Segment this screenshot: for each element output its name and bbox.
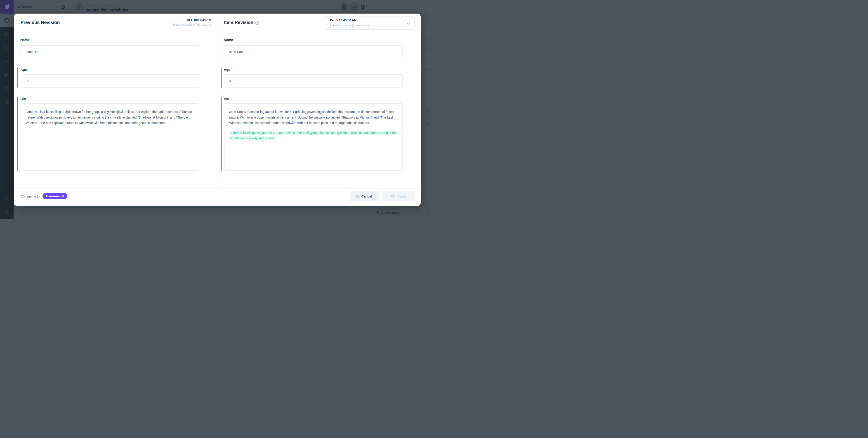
compare-target-button[interactable]: Previous ⇄	[42, 193, 67, 199]
page-title: Editing Item in Authors	[87, 7, 129, 12]
field-label-name: Name	[20, 38, 30, 41]
chevron-down-icon	[407, 23, 410, 25]
revision-compare-modal: Previous Revision Feb 5 10:43:34 AM Edit…	[14, 13, 421, 206]
panel-divider-dashed	[217, 13, 217, 189]
delete-item-button[interactable]	[340, 2, 349, 11]
module-content[interactable]	[0, 13, 13, 27]
current-age-value: 37	[224, 74, 403, 88]
chevron-left-icon	[427, 212, 429, 215]
field-label-name: Name	[224, 38, 233, 41]
directus-rabbit-icon	[3, 3, 11, 11]
collapse-module-bar-icon[interactable]	[61, 5, 65, 9]
footer-divider	[14, 188, 421, 189]
breadcrumb-collection[interactable]: Authors	[87, 4, 96, 7]
previous-revision-title: Previous Revision	[21, 20, 60, 25]
check-icon	[352, 5, 356, 8]
module-rocket[interactable]	[0, 68, 13, 82]
previous-age-value: 36	[21, 74, 199, 88]
module-file-library[interactable]	[0, 41, 13, 54]
field-label-age: Age	[224, 68, 230, 71]
ai-assistant-label: AI Assistant	[381, 207, 399, 219]
current-bio-value: Jane Doe is a bestselling author known f…	[224, 104, 403, 171]
section-collapse-chevron-icon[interactable]	[427, 109, 429, 113]
module-help[interactable]	[0, 82, 13, 95]
open-right-panel-icon[interactable]	[361, 5, 365, 9]
module-insights[interactable]	[0, 54, 13, 68]
current-name-value: Jane Doe	[224, 45, 403, 58]
insights-chart-icon	[4, 58, 10, 64]
revision-row-truncated[interactable]: tus.io	[422, 64, 429, 68]
breadcrumb: Authors • Main ▾	[87, 4, 113, 7]
sparkle-icon	[376, 211, 381, 215]
cancel-button[interactable]: Cancel	[350, 192, 379, 201]
compare-target-label: Previous	[45, 195, 60, 198]
swap-icon: ⇄	[61, 194, 64, 198]
version-icon	[100, 4, 103, 7]
changed-field-marker-removed	[17, 97, 18, 171]
apply-upload-icon	[391, 194, 395, 199]
directus-logo[interactable]	[0, 0, 13, 13]
revision-row-truncated[interactable]: tus.io	[422, 41, 429, 45]
trash-icon	[343, 5, 346, 9]
ai-assistant-row[interactable]: AI Assistant	[370, 207, 434, 219]
module-bar	[0, 13, 13, 219]
revision-row-truncated[interactable]: tus.io	[422, 53, 429, 56]
changed-field-marker-added	[221, 67, 222, 88]
apply-button[interactable]: Apply	[382, 192, 415, 201]
revision-row-truncated[interactable]: tus.io	[422, 30, 429, 34]
previous-revision-timestamp: Feb 5 10:43:34 AM	[173, 18, 211, 22]
bio-paragraph: Jane Doe is a bestselling author known f…	[229, 110, 395, 125]
header-divider	[14, 32, 421, 32]
previous-bio-value: Jane Doe is a bestselling author known f…	[21, 104, 199, 171]
cancel-label: Cancel	[362, 195, 372, 198]
selected-revision-timestamp: Feb 5 10:43:50 AM	[330, 19, 356, 22]
previous-revision-meta: Feb 5 10:43:34 AM Edited by james@direct…	[173, 18, 211, 27]
top-app-bar: Directus Authors • Main ▾ Editing Item i…	[0, 0, 434, 13]
module-user-directory[interactable]	[0, 27, 13, 41]
section-collapse-chevron-icon[interactable]	[427, 123, 429, 126]
apply-label: Apply	[397, 195, 406, 198]
project-name: Directus	[18, 0, 32, 13]
arrow-left-icon	[78, 5, 82, 8]
revision-row-truncated[interactable]: tus.io	[422, 76, 429, 79]
module-bar-divider	[3, 204, 10, 204]
users-icon	[4, 31, 10, 37]
content-cube-icon	[4, 18, 10, 23]
bio-added-paragraph: A former investigative journalist, Jane …	[229, 130, 397, 141]
item-revision-title: Item Revision	[224, 20, 253, 25]
module-settings[interactable]	[0, 95, 13, 109]
notifications-button[interactable]	[0, 192, 13, 205]
rocket-icon	[4, 72, 10, 78]
info-icon[interactable]	[255, 21, 259, 25]
field-label-bio: Bio	[224, 97, 229, 101]
account-button[interactable]	[0, 205, 13, 219]
field-label-age: Age	[20, 68, 27, 71]
help-icon	[4, 85, 10, 91]
revision-selector-dropdown[interactable]: Feb 5 10:43:50 AM Edited by james@direct…	[325, 16, 414, 30]
selected-revision-editor: Edited by james@directus.io	[330, 24, 369, 27]
comparing-to-label: Comparing to	[21, 195, 39, 198]
previous-revision-editor: Edited by james@directus.io	[173, 22, 211, 27]
previous-name-value: Jane Doe	[21, 45, 199, 58]
breadcrumb-version[interactable]: Main	[104, 4, 110, 7]
breadcrumb-dot: •	[98, 4, 98, 7]
bell-icon	[4, 196, 9, 201]
caret-down-icon[interactable]: ▾	[112, 4, 113, 6]
bio-paragraph: Jane Doe is a bestselling author known f…	[26, 110, 192, 125]
save-item-button[interactable]	[350, 2, 359, 11]
changed-field-marker-added	[221, 97, 222, 171]
account-circle-icon	[4, 209, 10, 215]
back-button[interactable]	[75, 2, 84, 11]
field-label-bio: Bio	[20, 97, 26, 101]
gear-icon	[4, 99, 10, 105]
folder-icon	[4, 45, 10, 51]
changed-field-marker-removed	[17, 67, 18, 88]
close-icon	[356, 195, 360, 198]
